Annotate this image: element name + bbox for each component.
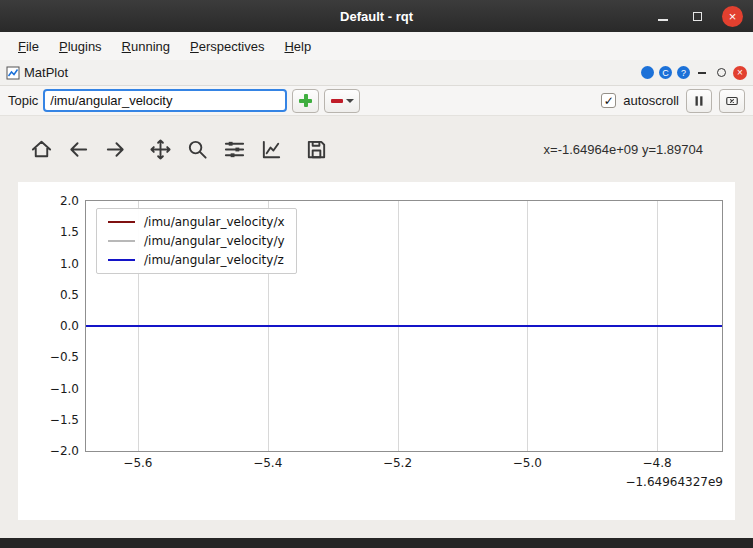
chart-line-icon bbox=[260, 138, 283, 161]
legend-label: /imu/angular_velocity/x bbox=[144, 215, 285, 229]
add-topic-button[interactable] bbox=[292, 89, 319, 113]
matplot-plugin-bar: MatPlot bbox=[0, 60, 753, 86]
customize-button[interactable] bbox=[260, 138, 283, 161]
plugin-title: MatPlot bbox=[24, 65, 68, 80]
legend: /imu/angular_velocity/x/imu/angular_velo… bbox=[96, 208, 297, 274]
y-tick-label: 1.0 bbox=[60, 257, 79, 271]
float-plugin-button[interactable] bbox=[714, 66, 728, 80]
arrow-right-icon bbox=[104, 138, 127, 161]
cursor-coordinates: x=-1.64964e+09 y=1.89704 bbox=[544, 142, 703, 157]
matplot-plugin-icon bbox=[6, 66, 20, 80]
autoscroll-label: autoscroll bbox=[623, 93, 679, 108]
x-tick-label: −5.0 bbox=[513, 456, 542, 470]
magnifier-icon bbox=[186, 138, 209, 161]
window-controls bbox=[654, 6, 753, 27]
maximize-icon bbox=[693, 12, 702, 21]
float-plugin-icon bbox=[717, 68, 726, 77]
legend-label: /imu/angular_velocity/y bbox=[144, 234, 285, 248]
arrow-left-icon bbox=[67, 138, 90, 161]
menu-item-perspectives[interactable]: Perspectives bbox=[180, 34, 274, 59]
y-tick-label: −1.0 bbox=[50, 382, 79, 396]
y-tick-label: −2.0 bbox=[50, 444, 79, 458]
titlebar[interactable]: Default - rqt bbox=[0, 0, 753, 32]
y-tick-label: −1.5 bbox=[50, 413, 79, 427]
menu-item-plugins[interactable]: Plugins bbox=[49, 34, 112, 59]
y-tick-label: 1.5 bbox=[60, 225, 79, 239]
legend-label: /imu/angular_velocity/z bbox=[144, 253, 284, 267]
move-icon bbox=[149, 138, 172, 161]
y-tick-label: 0.0 bbox=[60, 319, 79, 333]
legend-item: /imu/angular_velocity/z bbox=[108, 253, 285, 267]
minus-icon bbox=[331, 99, 343, 103]
series-line-z bbox=[86, 325, 722, 327]
home-button[interactable] bbox=[30, 138, 53, 161]
figure-canvas[interactable]: /imu/angular_velocity/x/imu/angular_velo… bbox=[18, 182, 735, 520]
x-axis-offset-label: −1.64964327e9 bbox=[625, 475, 723, 489]
close-plugin-button[interactable] bbox=[733, 66, 747, 80]
x-tick-label: −5.6 bbox=[123, 456, 152, 470]
save-button[interactable] bbox=[305, 138, 328, 161]
y-tick-label: 0.5 bbox=[60, 288, 79, 302]
close-button[interactable] bbox=[722, 6, 743, 27]
legend-swatch bbox=[108, 259, 135, 261]
zoom-button[interactable] bbox=[186, 138, 209, 161]
y-tick-label: −0.5 bbox=[50, 350, 79, 364]
topic-input[interactable] bbox=[43, 89, 287, 112]
floppy-icon bbox=[305, 138, 328, 161]
window-title: Default - rqt bbox=[0, 9, 753, 24]
rqt-window: Default - rqt FilePluginsRunningPerspect… bbox=[0, 0, 753, 548]
help-button[interactable] bbox=[677, 66, 690, 79]
minimize-plugin-button[interactable] bbox=[695, 66, 709, 80]
autoscroll-checkbox[interactable] bbox=[601, 93, 616, 108]
minimize-button[interactable] bbox=[654, 6, 672, 26]
pan-button[interactable] bbox=[149, 138, 172, 161]
topic-row-right: autoscroll bbox=[601, 89, 753, 113]
settings-button[interactable] bbox=[641, 66, 654, 79]
x-tick-label: −4.8 bbox=[643, 456, 672, 470]
legend-swatch bbox=[108, 240, 135, 242]
plot-axes[interactable]: /imu/angular_velocity/x/imu/angular_velo… bbox=[85, 200, 723, 452]
subplots-button[interactable] bbox=[223, 138, 246, 161]
sliders-icon bbox=[223, 138, 246, 161]
plugin-bar-buttons bbox=[636, 66, 747, 80]
menu-item-file[interactable]: File bbox=[8, 34, 49, 59]
minimize-icon bbox=[658, 19, 668, 21]
taskbar-strip bbox=[0, 538, 753, 548]
minimize-plugin-icon bbox=[698, 72, 706, 74]
pause-button[interactable] bbox=[686, 89, 712, 113]
menu-item-running[interactable]: Running bbox=[112, 34, 180, 59]
legend-item: /imu/angular_velocity/y bbox=[108, 234, 285, 248]
configure-button[interactable] bbox=[659, 66, 672, 79]
home-icon bbox=[30, 138, 53, 161]
topic-label: Topic bbox=[8, 93, 38, 108]
chevron-down-icon bbox=[346, 99, 354, 103]
menu-item-help[interactable]: Help bbox=[274, 34, 321, 59]
legend-swatch bbox=[108, 221, 135, 223]
y-tick-label: 2.0 bbox=[60, 194, 79, 208]
x-tick-label: −5.2 bbox=[383, 456, 412, 470]
maximize-button[interactable] bbox=[688, 6, 706, 26]
menubar: FilePluginsRunningPerspectivesHelp bbox=[0, 32, 753, 60]
plus-icon bbox=[299, 94, 312, 107]
clear-icon bbox=[724, 94, 740, 108]
back-button[interactable] bbox=[67, 138, 90, 161]
mpl-toolbar bbox=[30, 138, 328, 161]
legend-item: /imu/angular_velocity/x bbox=[108, 215, 285, 229]
figure-margin bbox=[0, 520, 753, 538]
mpl-toolbar-row: x=-1.64964e+09 y=1.89704 bbox=[0, 116, 753, 182]
x-tick-label: −5.4 bbox=[253, 456, 282, 470]
topic-row: Topic autoscroll bbox=[0, 86, 753, 116]
pause-icon bbox=[692, 94, 706, 108]
forward-button[interactable] bbox=[104, 138, 127, 161]
remove-topic-button[interactable] bbox=[324, 89, 360, 113]
clear-button[interactable] bbox=[719, 89, 745, 113]
